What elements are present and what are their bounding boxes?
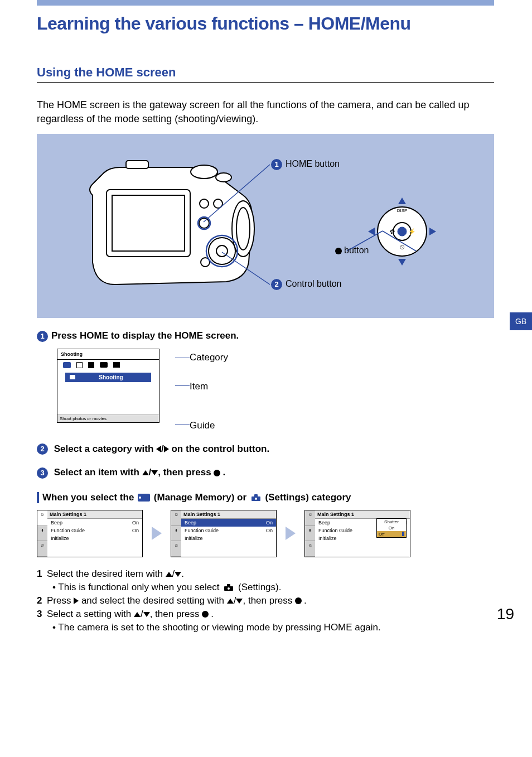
- settings-screens-row: ⛭⬇⛭ Main Settings 1 BeepOn Function Guid…: [37, 510, 494, 557]
- center-dot-icon: [214, 470, 220, 476]
- settings-screen-2: ⛭⬇⛭ Main Settings 1 BeepOn Function Guid…: [171, 510, 277, 557]
- settings-popup: Shutter On Off: [376, 518, 407, 538]
- svg-line-27: [222, 252, 270, 285]
- right-triangle-icon: [74, 597, 79, 604]
- annotation-item: Item: [190, 381, 208, 392]
- print-icon: [88, 362, 94, 368]
- up-triangle-icon: [166, 572, 172, 577]
- settings-screen-3: ⛭⬇⛭ Main Settings 1 Beep◀ Function Guide…: [304, 510, 410, 557]
- camera-icon: [63, 362, 71, 368]
- step-1: 1Press HOME to display the HOME screen.: [37, 330, 494, 342]
- callout-center-button: button: [335, 245, 369, 255]
- down-triangle-icon: [236, 599, 243, 604]
- substep-list: 1Select the desired item with /. • This …: [37, 568, 494, 633]
- camera-diagram: DISP ✿ ⚡ ⏲ 1HOME button button 2Control …: [37, 134, 494, 318]
- leader-lines: [37, 134, 494, 318]
- svg-point-32: [255, 498, 257, 500]
- number-badge-2: 2: [271, 279, 282, 290]
- svg-line-26: [204, 165, 270, 222]
- flow-arrow-icon: [286, 527, 296, 540]
- annotation-guide: Guide: [190, 420, 215, 431]
- down-triangle-icon: [175, 572, 181, 577]
- locale-tab: GB: [510, 312, 532, 330]
- step-3: 3 Select an item with /, then press .: [37, 467, 494, 479]
- annotation-category: Category: [190, 352, 228, 363]
- callout-control-button: 2Control button: [271, 279, 342, 290]
- step-number-3: 3: [37, 467, 48, 479]
- up-triangle-icon: [134, 612, 141, 617]
- toolbox-icon: [113, 362, 120, 368]
- home-screen-mock: Shooting Shooting Shoot photos or movies: [57, 349, 159, 423]
- center-dot-icon: [335, 248, 342, 254]
- callout-home-button: 1HOME button: [271, 159, 340, 170]
- play-icon: [76, 362, 83, 368]
- left-triangle-icon: [156, 446, 161, 452]
- svg-rect-34: [227, 584, 230, 587]
- top-accent-bar: [37, 0, 494, 6]
- up-triangle-icon: [142, 470, 149, 475]
- down-triangle-icon: [143, 612, 150, 617]
- mock-top-label: Shooting: [61, 351, 83, 357]
- up-triangle-icon: [227, 599, 234, 604]
- svg-rect-31: [254, 494, 258, 497]
- home-screen-mock-row: Shooting Shooting Shoot photos or movies…: [57, 349, 494, 431]
- center-dot-icon: [295, 597, 302, 604]
- center-dot-icon: [202, 611, 209, 618]
- intro-text: The HOME screen is the gateway screen fo…: [37, 98, 494, 126]
- mock-selected-item: Shooting: [65, 373, 151, 382]
- page-number: 19: [497, 605, 514, 623]
- step-2: 2 Select a category with / on the contro…: [37, 443, 494, 455]
- mock-guide-text: Shoot photos or movies: [57, 414, 159, 422]
- settings-icon: [250, 494, 262, 502]
- settings-icon: [223, 584, 234, 591]
- down-triangle-icon: [151, 470, 158, 475]
- page-title: Learning the various functions – HOME/Me…: [37, 13, 494, 34]
- camera-small-icon: [70, 375, 75, 379]
- svg-point-35: [228, 587, 230, 590]
- svg-line-29: [383, 231, 416, 251]
- step-number-1: 1: [37, 331, 48, 342]
- subheading: When you select the (Manage Memory) or (…: [37, 492, 494, 503]
- number-badge-1: 1: [271, 159, 282, 170]
- manage-memory-icon: [138, 494, 150, 502]
- memory-icon: [100, 362, 108, 368]
- right-triangle-icon: [164, 446, 169, 452]
- section-title: Using the HOME screen: [37, 65, 494, 83]
- flow-arrow-icon: [152, 527, 162, 540]
- settings-screen-1: ⛭⬇⛭ Main Settings 1 BeepOn Function Guid…: [37, 510, 143, 557]
- step-number-2: 2: [37, 443, 48, 455]
